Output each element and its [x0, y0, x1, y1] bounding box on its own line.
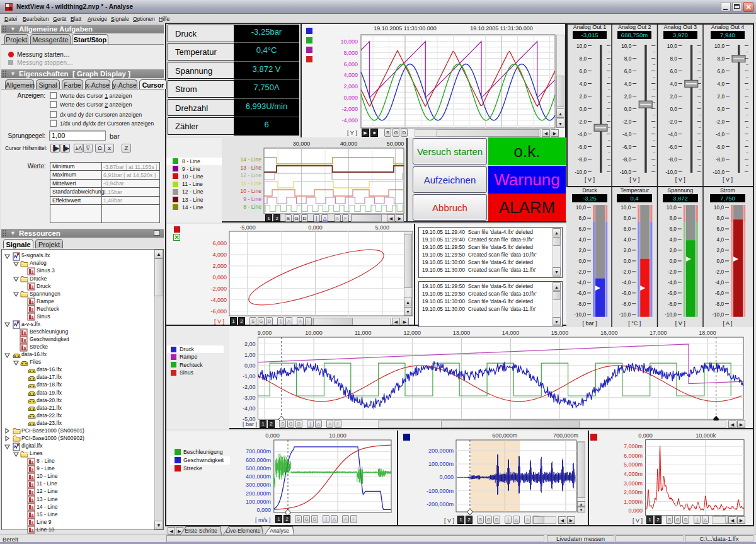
svg-text:3,000m: 3,000m [624, 480, 643, 487]
svg-text:1,000m: 1,000m [624, 499, 643, 505]
svg-text:5,000m: 5,000m [624, 461, 643, 468]
svg-text:0,000: 0,000 [638, 432, 653, 439]
svg-text:7,000m: 7,000m [624, 443, 643, 449]
svg-text:4,000m: 4,000m [624, 471, 643, 477]
svg-text:0,000: 0,000 [628, 507, 643, 514]
svg-text:10,000k: 10,000k [696, 432, 716, 439]
svg-text:2,000m: 2,000m [624, 489, 643, 495]
svg-text:6,000m: 6,000m [624, 453, 643, 459]
